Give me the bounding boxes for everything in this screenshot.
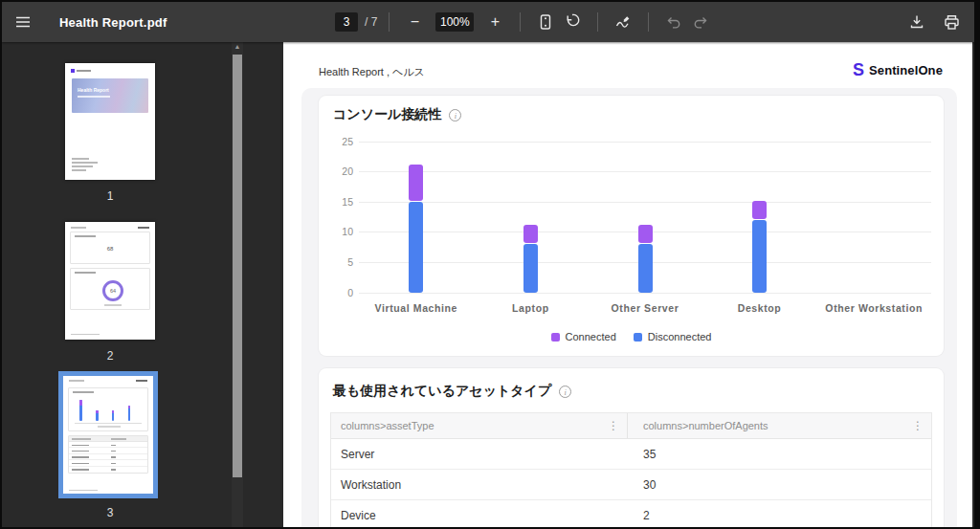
bar-segment-connected <box>752 201 767 219</box>
toolbar-separator <box>597 12 598 32</box>
bar-segment-disconnected <box>523 244 538 293</box>
table-row: Workstation30 <box>331 470 931 500</box>
column-menu-kebab-icon: ⋮ <box>912 420 924 431</box>
bar-segment-connected <box>523 225 538 243</box>
y-axis-tick-label: 10 <box>323 226 353 237</box>
mini-table-card <box>68 435 148 474</box>
brand-name: SentinelOne <box>869 63 943 77</box>
toolbar: Health Report.pdf 3 / 7 − 100% + <box>2 2 974 42</box>
table-row: Device2 <box>331 500 931 527</box>
y-axis-tick-label: 25 <box>323 136 353 147</box>
mini-cover-banner: Health Report <box>72 78 148 113</box>
chart-category-labels: Virtual MachineLaptopOther ServerDesktop… <box>359 302 931 314</box>
y-axis-tick-label: 20 <box>323 165 353 177</box>
table-cell: 30 <box>628 470 931 499</box>
asset-table: columns>assetType⋮columns>numberOfAgents… <box>330 412 932 527</box>
mini-bar-cap <box>112 410 115 413</box>
mini-donut-card: 64 <box>70 268 150 310</box>
y-axis-tick-label: 5 <box>323 256 353 268</box>
thumbnail-page-3 <box>63 376 153 494</box>
bar-stack-desktop <box>752 142 767 293</box>
sidebar-scrollbar-thumb[interactable] <box>233 55 242 477</box>
asset-table-header-row: columns>assetType⋮columns>numberOfAgents… <box>331 413 931 439</box>
table-cell: 2 <box>628 500 931 527</box>
mini-donut-chart: 64 <box>102 280 123 301</box>
document-area: Health Report , ヘルス S SentinelOne コンソール接… <box>283 42 974 527</box>
x-axis-category-label: Other Server <box>588 302 702 314</box>
bar-chart-plot: 0510152025 <box>359 142 931 293</box>
mini-bar <box>112 410 115 421</box>
main-area: Health Report 1 68 64 <box>2 42 974 527</box>
bar-segment-disconnected <box>409 202 423 293</box>
info-icon: i <box>559 386 571 398</box>
legend-swatch-icon <box>551 333 560 342</box>
toolbar-center: 3 / 7 − 100% + <box>335 2 714 42</box>
table-cell: Workstation <box>331 470 628 499</box>
mini-cover-title: Health Report <box>78 87 109 93</box>
asset-table-body: Server35Workstation30Device2 <box>331 439 931 527</box>
chart-legend: ConnectedDisconnected <box>319 331 944 342</box>
mini-chart-card <box>68 387 148 431</box>
mini-bar-cap <box>79 400 82 406</box>
info-icon: i <box>449 109 461 121</box>
connectivity-card-title: コンソール接続性 <box>333 106 441 123</box>
mini-bar-chart <box>73 396 144 421</box>
mini-bar <box>79 400 82 421</box>
thumbnail-sidebar: Health Report 1 68 64 <box>2 42 283 527</box>
y-axis-tick-label: 0 <box>323 287 353 298</box>
mini-bar-cap <box>128 406 131 408</box>
download-icon[interactable] <box>903 9 930 35</box>
bar-stack-laptop <box>523 142 538 293</box>
asset-card-title: 最も使用されているアセットタイプ <box>333 383 551 400</box>
bar-stack-other-server <box>638 142 653 293</box>
toolbar-left: Health Report.pdf <box>2 9 167 35</box>
mini-logo <box>71 69 91 73</box>
mini-stat-value: 68 <box>71 246 149 252</box>
bar-segment-disconnected <box>638 244 653 293</box>
column-menu-kebab-icon: ⋮ <box>608 420 619 431</box>
thumbnail-label-3: 3 <box>65 506 155 519</box>
x-axis-category-label: Other Workstation <box>816 302 931 314</box>
mini-bar <box>96 410 99 421</box>
thumbnail-page-2[interactable]: 68 64 <box>65 222 155 340</box>
column-header-label: columns>assetType <box>341 420 434 431</box>
asset-type-card: 最も使用されているアセットタイプ i columns>assetType⋮col… <box>319 368 944 527</box>
pdf-page-3: Health Report , ヘルス S SentinelOne コンソール接… <box>283 42 972 527</box>
zoom-out-button[interactable]: − <box>401 9 428 35</box>
page-number-input[interactable]: 3 <box>335 12 358 32</box>
mini-cover-meta <box>72 158 98 173</box>
sentinelone-logo-icon: S <box>853 61 864 79</box>
table-cell: Device <box>331 500 628 527</box>
scrollbar-up-arrow-icon[interactable]: ▲ <box>232 43 243 50</box>
report-header-title: Health Report , ヘルス <box>319 65 425 79</box>
toolbar-separator <box>648 12 649 32</box>
column-header-label: columns>numberOfAgents <box>643 420 768 431</box>
sidebar-scrollbar[interactable]: ▲ <box>232 42 243 527</box>
redo-icon[interactable] <box>687 9 714 35</box>
thumbnail-label-1: 1 <box>65 189 155 203</box>
y-axis-tick-label: 15 <box>323 196 353 208</box>
brand-logo: S SentinelOne <box>853 61 943 78</box>
zoom-in-button[interactable]: + <box>481 9 508 35</box>
asset-table-header-cell: columns>numberOfAgents⋮ <box>628 413 931 438</box>
thumbnail-page-3-selected[interactable] <box>58 371 158 498</box>
rotate-icon[interactable] <box>559 9 586 35</box>
legend-swatch-icon <box>634 333 642 342</box>
undo-icon[interactable] <box>660 9 687 35</box>
print-icon[interactable] <box>938 9 965 35</box>
table-row: Server35 <box>331 439 931 470</box>
document-title: Health Report.pdf <box>59 15 167 30</box>
asset-table-header-cell: columns>assetType⋮ <box>331 413 628 438</box>
legend-item-connected: Connected <box>551 331 616 342</box>
zoom-level-input[interactable]: 100% <box>435 12 474 32</box>
fit-to-page-icon[interactable] <box>532 9 559 35</box>
draw-ink-icon[interactable] <box>610 9 636 35</box>
bar-stack-other-workstation <box>867 142 881 293</box>
menu-icon[interactable] <box>10 9 36 35</box>
toolbar-separator <box>389 12 390 32</box>
mini-stat-card: 68 <box>70 231 150 264</box>
bar-segment-disconnected <box>752 220 767 293</box>
x-axis-category-label: Laptop <box>474 302 589 314</box>
thumbnail-page-1[interactable]: Health Report <box>65 63 155 180</box>
table-cell: Server <box>331 439 628 469</box>
